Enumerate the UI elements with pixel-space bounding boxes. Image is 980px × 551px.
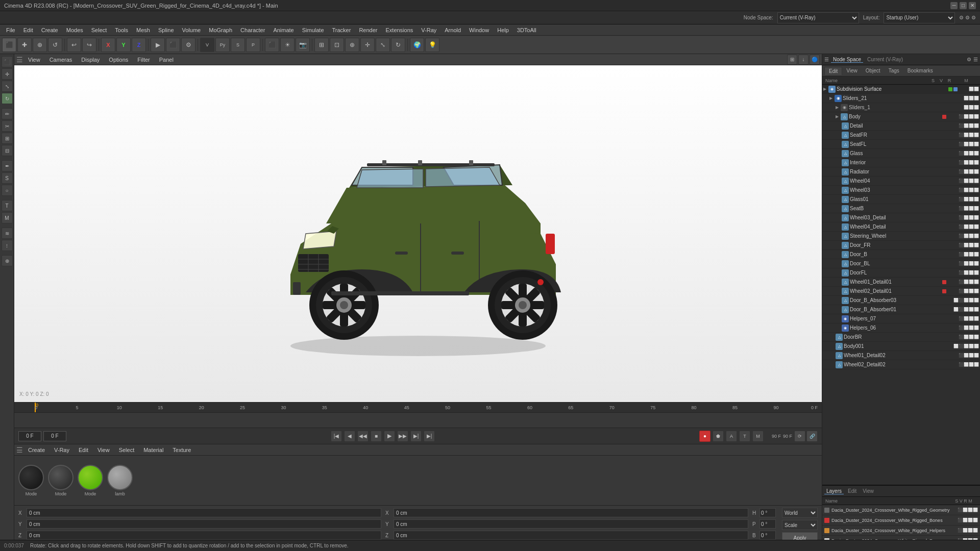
scene-item-wheel03[interactable]: △ Wheel03 ⬛⬜⬜⬜ xyxy=(822,186,980,195)
motion-btn[interactable]: M xyxy=(752,431,764,442)
viewport-menu-panel[interactable]: Panel xyxy=(155,56,178,64)
menu-edit[interactable]: Edit xyxy=(19,26,37,34)
select-mode-btn[interactable]: ↺ xyxy=(48,38,62,52)
menu-file[interactable]: File xyxy=(2,26,19,34)
menu-arnold[interactable]: Arnold xyxy=(440,26,465,34)
extrude-tool[interactable]: ⊞ xyxy=(2,133,13,144)
scene-item-glass01[interactable]: △ Glass01 ⬛⬜⬜⬜ xyxy=(822,195,980,204)
layer-bones[interactable]: Dacia_Duster_2024_Crossover_White_Rigged… xyxy=(822,515,980,525)
menu-character[interactable]: Character xyxy=(236,26,269,34)
prev-frame-btn[interactable]: ◀ xyxy=(344,431,355,442)
scene-settings-icon[interactable]: ☰ xyxy=(973,57,978,62)
node-space-select[interactable]: Current (V-Ray) xyxy=(777,12,859,23)
viewport-menu-cameras[interactable]: Cameras xyxy=(45,56,77,64)
menu-help[interactable]: Help xyxy=(493,26,513,34)
scene-item-wheel02d02[interactable]: △ Wheel02_Detail02 ⬛⬜⬜⬜ xyxy=(822,360,980,369)
transform-type-select[interactable]: Scale xyxy=(782,520,818,530)
move-btn[interactable]: ✛ xyxy=(360,38,375,52)
transform-btn[interactable]: ⊕ xyxy=(345,38,359,52)
bookmarks-icon[interactable]: ☰ xyxy=(824,57,829,62)
menu-mograph[interactable]: MoGraph xyxy=(205,26,236,34)
y-rotation-field[interactable] xyxy=(394,519,748,529)
current-time-field[interactable]: 0 F xyxy=(43,431,66,441)
scene-refresh-icon[interactable]: ⚙ xyxy=(967,57,971,62)
tab-tags[interactable]: Tags xyxy=(885,67,903,74)
tab-bookmarks[interactable]: Bookmarks xyxy=(903,67,937,74)
material-slot-1[interactable]: Mode xyxy=(18,465,44,496)
scene-item-doorfr[interactable]: △ Door_FR ⬛⬜⬜⬜ xyxy=(822,241,980,250)
menu-tools[interactable]: Tools xyxy=(111,26,132,34)
scene-item-doorfl[interactable]: △ DoorFL ⬛⬜⬜⬜ xyxy=(822,268,980,278)
material-menu-view[interactable]: View xyxy=(93,446,114,454)
viewport-menu-icon[interactable]: ☰ xyxy=(16,56,23,64)
scene-item-helpers07[interactable]: ◉ Helpers_07 ⬛⬜⬜⬜ xyxy=(822,314,980,323)
x-rotation-field[interactable] xyxy=(394,508,748,517)
record-btn[interactable]: ● xyxy=(699,431,710,442)
menu-modes[interactable]: Modes xyxy=(62,26,87,34)
scene-item-subdivision[interactable]: ▶ ◈ Subdivision Surface ⬜⬜ xyxy=(822,85,980,94)
scene-item-seatfl[interactable]: △ SeatFL ⬛⬜⬜⬜ xyxy=(822,140,980,149)
scene-item-detail[interactable]: △ Detail ⬛⬜⬜⬜ xyxy=(822,121,980,131)
viewport-menu-options[interactable]: Options xyxy=(105,56,132,64)
scene-item-wheel01d01[interactable]: △ Wheel01_Detail01 ⬛⬜⬜⬜ xyxy=(822,278,980,287)
scene-item-interior[interactable]: △ Interior ⬛⬜⬜⬜ xyxy=(822,158,980,167)
play-btn[interactable]: ▶ xyxy=(384,431,395,442)
scene-item-sliders21[interactable]: ▶ ◉ Sliders_21 ⬜⬜⬜ xyxy=(822,94,980,103)
tab-view2[interactable]: View xyxy=(842,67,862,74)
menu-tracker[interactable]: Tracker xyxy=(328,26,355,34)
scene-item-abs01[interactable]: △ Door_B_Absorber01 ⬜⬛⬜⬜⬜ xyxy=(822,305,980,314)
select-tool[interactable]: ⬛ xyxy=(2,56,13,67)
tab-node-space[interactable]: Node Space xyxy=(831,57,863,63)
y-position-field[interactable] xyxy=(27,519,381,529)
tab-layers-edit[interactable]: Edit xyxy=(846,488,859,494)
cam-btn[interactable]: 📷 xyxy=(296,38,310,52)
light-btn[interactable]: ☀ xyxy=(280,38,295,52)
scene-item-doorbr[interactable]: △ DoorBR ⬛⬜⬜⬜ xyxy=(822,333,980,342)
z-rotation-field[interactable] xyxy=(394,531,748,540)
redo-btn[interactable]: ↪ xyxy=(82,38,96,52)
texture-mode-btn[interactable]: ✚ xyxy=(17,38,32,52)
tab-object[interactable]: Object xyxy=(862,67,885,74)
python-btn[interactable]: Py xyxy=(215,38,230,52)
x-position-field[interactable] xyxy=(27,508,381,517)
render-settings-btn[interactable]: ⚙ xyxy=(181,38,195,52)
menu-render[interactable]: Render xyxy=(355,26,381,34)
light2-btn[interactable]: 💡 xyxy=(425,38,439,52)
extra-tool[interactable]: ⊕ xyxy=(2,255,13,266)
scale-btn[interactable]: ⤡ xyxy=(376,38,390,52)
material-menu-edit[interactable]: Edit xyxy=(75,446,92,454)
vray-btn[interactable]: V xyxy=(200,38,214,52)
menu-animate[interactable]: Animate xyxy=(269,26,298,34)
knife-tool[interactable]: ✂ xyxy=(2,120,13,132)
viewport-canvas[interactable]: X: 0 Y: 0 Z: 0 xyxy=(14,65,822,402)
current-frame-field[interactable]: 0 F xyxy=(18,431,41,441)
world-btn[interactable]: 🌍 xyxy=(410,38,424,52)
paint-mode-btn[interactable]: ⊕ xyxy=(33,38,47,52)
scene-item-doorb[interactable]: △ Door_B ⬛⬜⬜⬜ xyxy=(822,250,980,259)
scene-item-doorbl[interactable]: △ Door_BL ⬛⬜⬜⬜ xyxy=(822,259,980,268)
texture-tool[interactable]: T xyxy=(2,200,13,211)
material-menu-icon[interactable]: ☰ xyxy=(16,446,23,454)
viewport-cam-btn[interactable]: ↓ xyxy=(798,55,808,65)
undo-btn[interactable]: ↩ xyxy=(67,38,81,52)
viewport-menu-display[interactable]: Display xyxy=(77,56,104,64)
scene-item-seatb[interactable]: △ SeatB ⬛⬜⬜⬜ xyxy=(822,204,980,213)
play-reverse-btn[interactable]: ◀◀ xyxy=(357,431,369,442)
close-button[interactable]: ✕ xyxy=(969,2,976,9)
rotate-tool[interactable]: ↻ xyxy=(2,93,13,104)
render-view-btn[interactable]: ▶ xyxy=(151,38,165,52)
key-btn[interactable]: ⬟ xyxy=(713,431,724,442)
z-axis-btn[interactable]: Z xyxy=(132,38,146,52)
scene-item-seatfr[interactable]: △ SeatFR ⬛⬜⬜⬜ xyxy=(822,131,980,140)
scene-item-wheel04detail[interactable]: △ Wheel04_Detail ⬛⬜⬜⬜ xyxy=(822,222,980,232)
pen-tool[interactable]: ✒ xyxy=(2,160,13,171)
menu-simulate[interactable]: Simulate xyxy=(298,26,328,34)
material-tool[interactable]: M xyxy=(2,212,13,223)
viewport-menu-filter[interactable]: Filter xyxy=(133,56,154,64)
go-end-btn[interactable]: ▶| xyxy=(424,431,435,442)
menu-3dtoall[interactable]: 3DToAll xyxy=(513,26,541,34)
timeline-btn[interactable]: T xyxy=(739,431,750,442)
stop-btn[interactable]: ■ xyxy=(371,431,382,442)
material-slot-2[interactable]: Mode xyxy=(48,465,74,496)
z-position-field[interactable] xyxy=(27,531,381,540)
